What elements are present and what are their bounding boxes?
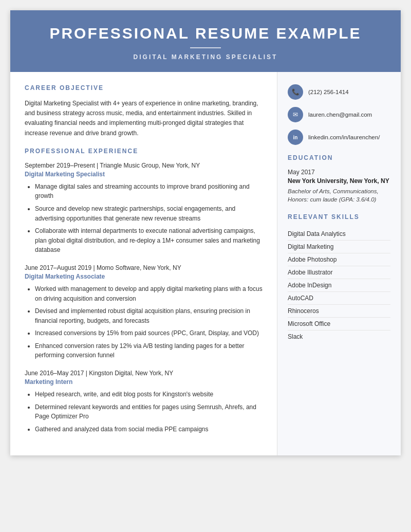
list-item: Increased conversions by 15% from paid s… — [35, 328, 265, 338]
job-block-3: June 2016–May 2017 | Kingston Digital, N… — [25, 370, 265, 434]
skill-item: Microsoft Office — [288, 318, 390, 331]
list-item: Collaborate with internal departments to… — [35, 226, 265, 255]
list-item: Worked with management to develop and ap… — [35, 284, 265, 303]
contact-email: ✉ lauren.chen@gmail.com — [288, 107, 390, 122]
contact-phone: 📞 (212) 256-1414 — [288, 84, 390, 100]
linkedin-text: linkedin.com/in/laurenchen/ — [308, 134, 380, 140]
phone-text: (212) 256-1414 — [308, 89, 349, 95]
right-column: 📞 (212) 256-1414 ✉ lauren.chen@gmail.com… — [277, 72, 401, 455]
header-divider — [190, 47, 221, 48]
skill-item: Digital Marketing — [288, 241, 390, 253]
job-2-bullets: Worked with management to develop and ap… — [25, 284, 265, 360]
linkedin-icon: in — [288, 130, 303, 145]
list-item: Helped research, write, and edit blog po… — [35, 390, 265, 399]
career-objective-title: Career Objective — [25, 84, 265, 94]
job-3-header: June 2016–May 2017 | Kingston Digital, N… — [25, 370, 265, 377]
professional-experience-section: Professional Experience September 2019–P… — [25, 148, 265, 434]
list-item: Determined relevant keywords and entitie… — [35, 402, 265, 421]
left-column: Career Objective Digital Marketing Speci… — [10, 72, 277, 455]
list-item: Gathered and analyzed data from social m… — [35, 425, 265, 434]
job-3-title: Marketing Intern — [25, 378, 265, 386]
skill-item: Adobe InDesign — [288, 279, 390, 292]
skills-title: Relevant Skills — [288, 213, 390, 223]
career-objective-section: Career Objective Digital Marketing Speci… — [25, 84, 265, 138]
skill-item: Slack — [288, 331, 390, 343]
contact-linkedin: in linkedin.com/in/laurenchen/ — [288, 130, 390, 145]
email-text: lauren.chen@gmail.com — [308, 112, 372, 118]
skills-section: Relevant Skills Digital Data Analytics D… — [288, 213, 390, 343]
skill-item: Digital Data Analytics — [288, 228, 390, 241]
career-objective-text: Digital Marketing Specialist with 4+ yea… — [25, 99, 265, 138]
resume-main-title: Professional Resume Example — [26, 25, 385, 42]
professional-experience-title: Professional Experience — [25, 148, 265, 157]
education-school: New York University, New York, NY — [288, 177, 390, 186]
phone-icon: 📞 — [288, 84, 303, 100]
job-3-bullets: Helped research, write, and edit blog po… — [25, 390, 265, 434]
list-item: Manage digital sales and streaming accou… — [35, 182, 265, 201]
job-1-bullets: Manage digital sales and streaming accou… — [25, 182, 265, 255]
job-block-1: September 2019–Present | Triangle Music … — [25, 162, 265, 255]
list-item: Enhanced conversion rates by 12% via A/B… — [35, 341, 265, 360]
education-details: Bachelor of Arts, Communications, Honors… — [288, 187, 390, 204]
contact-section: 📞 (212) 256-1414 ✉ lauren.chen@gmail.com… — [288, 84, 390, 145]
email-icon: ✉ — [288, 107, 303, 122]
skill-item: Rhinoceros — [288, 305, 390, 318]
education-section: Education May 2017 New York University, … — [288, 154, 390, 204]
job-1-title: Digital Marketing Specialist — [25, 171, 265, 178]
resume-header: Professional Resume Example Digital Mark… — [10, 10, 401, 72]
education-title: Education — [288, 154, 390, 163]
list-item: Devised and implemented robust digital a… — [35, 306, 265, 325]
job-block-2: June 2017–August 2019 | Momo Software, N… — [25, 264, 265, 360]
list-item: Source and develop new strategic partner… — [35, 204, 265, 223]
resume-subtitle: Digital Marketing Specialist — [26, 53, 385, 61]
job-2-title: Digital Marketing Associate — [25, 273, 265, 280]
skill-item: Adobe Photoshop — [288, 253, 390, 266]
education-date: May 2017 — [288, 169, 390, 176]
skill-item: AutoCAD — [288, 292, 390, 305]
job-2-header: June 2017–August 2019 | Momo Software, N… — [25, 264, 265, 271]
resume-document: Professional Resume Example Digital Mark… — [10, 10, 401, 455]
job-1-header: September 2019–Present | Triangle Music … — [25, 162, 265, 169]
skill-item: Adobe Illustrator — [288, 266, 390, 279]
resume-body: Career Objective Digital Marketing Speci… — [10, 72, 401, 455]
